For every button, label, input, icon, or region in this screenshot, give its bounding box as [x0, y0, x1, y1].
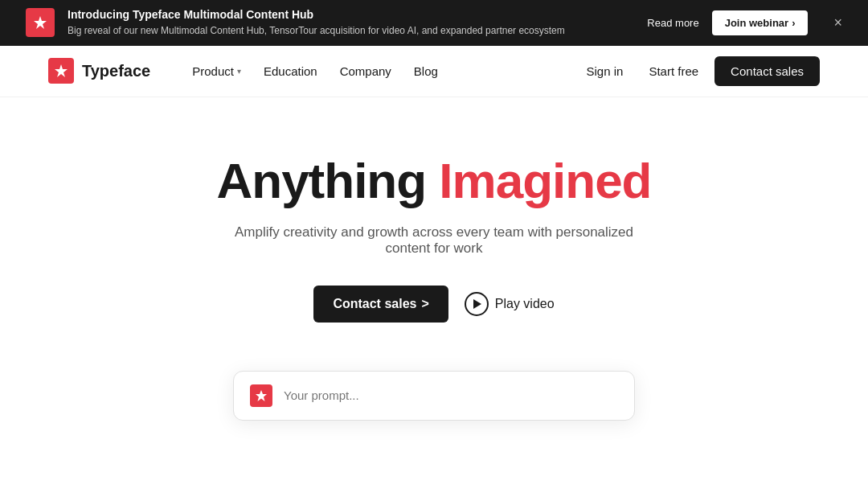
- hero-title-static: Anything: [216, 153, 439, 208]
- hero-title: Anything Imagined: [216, 154, 651, 208]
- svg-marker-0: [34, 16, 47, 29]
- nav-item-company[interactable]: Company: [330, 58, 401, 84]
- navbar: Typeface Product ▾ Education Company Blo…: [0, 46, 868, 97]
- hero-subtitle: Amplify creativity and growth across eve…: [233, 224, 635, 257]
- banner-actions: Read more Join webinar ›: [647, 10, 808, 35]
- announcement-banner: Introducing Typeface Multimodal Content …: [0, 0, 868, 46]
- nav-education-label: Education: [264, 64, 317, 78]
- hero-title-highlight: Imagined: [439, 153, 651, 208]
- prompt-logo-icon: [250, 384, 272, 407]
- contact-sales-nav-button[interactable]: Contact sales: [714, 56, 820, 86]
- nav-item-product[interactable]: Product ▾: [182, 58, 251, 84]
- nav-item-education[interactable]: Education: [254, 58, 327, 84]
- banner-description: Big reveal of our new Multimodal Content…: [68, 24, 634, 38]
- nav-company-label: Company: [340, 64, 391, 78]
- logo-name: Typeface: [82, 62, 150, 80]
- join-webinar-button[interactable]: Join webinar ›: [712, 10, 809, 35]
- play-video-label: Play video: [495, 297, 555, 311]
- svg-marker-1: [55, 64, 68, 77]
- close-banner-button[interactable]: ×: [833, 14, 842, 31]
- sign-in-link[interactable]: Sign in: [577, 58, 633, 84]
- banner-logo-icon: [26, 8, 55, 37]
- hero-section: Anything Imagined Amplify creativity and…: [0, 97, 868, 453]
- read-more-link[interactable]: Read more: [647, 17, 698, 29]
- play-circle-icon: [465, 292, 489, 316]
- prompt-input[interactable]: [284, 388, 618, 402]
- hero-buttons: Contact sales > Play video: [313, 286, 554, 323]
- play-triangle-icon: [473, 299, 481, 309]
- product-chevron-icon: ▾: [237, 67, 241, 76]
- banner-title: Introducing Typeface Multimodal Content …: [68, 8, 634, 21]
- hero-contact-sales-button[interactable]: Contact sales >: [313, 286, 448, 323]
- nav-blog-label: Blog: [414, 64, 438, 78]
- logo-link[interactable]: Typeface: [48, 58, 150, 84]
- start-free-link[interactable]: Start free: [639, 58, 708, 84]
- prompt-box: [233, 371, 635, 421]
- nav-links: Product ▾ Education Company Blog: [182, 58, 576, 84]
- nav-actions: Sign in Start free Contact sales: [577, 56, 820, 86]
- nav-product-label: Product: [192, 64, 234, 78]
- svg-marker-2: [256, 390, 267, 401]
- banner-text-block: Introducing Typeface Multimodal Content …: [68, 8, 634, 38]
- hero-play-video-button[interactable]: Play video: [465, 292, 555, 316]
- logo-icon: [48, 58, 74, 84]
- nav-item-blog[interactable]: Blog: [404, 58, 448, 84]
